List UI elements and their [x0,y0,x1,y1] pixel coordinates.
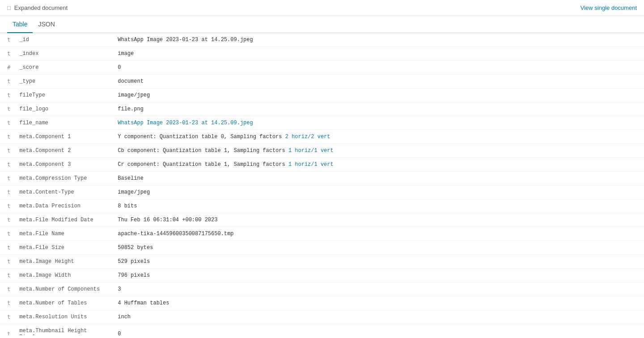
field-value: Cb component: Quantization table 1, Samp… [110,144,644,158]
table-row: tmeta.Component 3Cr component: Quantizat… [0,158,644,172]
type-indicator: t [0,283,12,296]
table-row: tmeta.Number of Tables4 Huffman tables [0,296,644,310]
type-indicator: t [0,324,12,336]
field-name: meta.Component 3 [12,158,110,172]
type-indicator: t [0,227,12,241]
field-name: _type [12,75,110,89]
field-value: apache-tika-14459600350087175650.tmp [110,227,644,241]
table-row: tmeta.Resolution Unitsinch [0,310,644,324]
table-row: tmeta.Component 2Cb component: Quantizat… [0,144,644,158]
field-name: fileType [12,89,110,102]
field-value: 796 pixels [110,269,644,283]
table-row: tmeta.Image Height529 pixels [0,255,644,269]
table-row: tmeta.File Nameapache-tika-1445960035008… [0,227,644,241]
table-row: tmeta.Number of Components3 [0,283,644,296]
type-indicator: t [0,144,12,158]
field-name: _score [12,61,110,75]
tab-json[interactable]: JSON [33,16,60,33]
header-left: □ Expanded document [7,4,68,11]
field-value: 529 pixels [110,255,644,269]
field-name: meta.File Name [12,227,110,241]
field-name: _id [12,33,110,47]
field-name: meta.Content-Type [12,186,110,199]
type-indicator: t [0,102,12,116]
field-name: file_logo [12,102,110,116]
table-row: #_score0 [0,61,644,75]
field-name: meta.File Modified Date [12,213,110,227]
field-value: 4 Huffman tables [110,296,644,310]
type-indicator: t [0,47,12,61]
table-row: tfile_nameWhatsApp Image 2023-01-23 at 1… [0,116,644,130]
type-indicator: t [0,255,12,269]
field-name: meta.Compression Type [12,172,110,186]
page-header: □ Expanded document View single document [0,0,644,16]
field-name: meta.Image Width [12,269,110,283]
field-name: meta.Component 2 [12,144,110,158]
table-row: tmeta.Data Precision8 bits [0,199,644,213]
value-link[interactable]: WhatsApp Image 2023-01-23 at 14.25.09.jp… [118,120,253,126]
table-row: tmeta.Image Width796 pixels [0,269,644,283]
field-value: Baseline [110,172,644,186]
table-row: t_indeximage [0,47,644,61]
value-link[interactable]: 2 horiz/2 vert [285,134,330,140]
field-value: inch [110,310,644,324]
field-value: WhatsApp Image 2023-01-23 at 14.25.09.jp… [110,33,644,47]
field-value: 0 [110,61,644,75]
type-indicator: t [0,158,12,172]
type-indicator: t [0,186,12,199]
table-row: tmeta.Thumbnail Height Pixels0 [0,324,644,336]
field-value: image/jpeg [110,89,644,102]
field-name: meta.Thumbnail Height Pixels [12,324,110,336]
table-row: tmeta.File Size50852 bytes [0,241,644,255]
table-row: t_idWhatsApp Image 2023-01-23 at 14.25.0… [0,33,644,47]
type-indicator: # [0,61,12,75]
field-name: meta.File Size [12,241,110,255]
field-name: meta.Image Height [12,255,110,269]
table-row: tfileTypeimage/jpeg [0,89,644,102]
field-value: Cr component: Quantization table 1, Samp… [110,158,644,172]
tab-bar: Table JSON [0,16,644,33]
field-value: WhatsApp Image 2023-01-23 at 14.25.09.jp… [110,116,644,130]
document-table: t_idWhatsApp Image 2023-01-23 at 14.25.0… [0,33,644,335]
field-name: meta.Number of Tables [12,296,110,310]
field-value: 3 [110,283,644,296]
type-indicator: t [0,130,12,144]
type-indicator: t [0,241,12,255]
type-indicator: t [0,116,12,130]
page-title: Expanded document [14,4,68,11]
field-name: _index [12,47,110,61]
document-icon: □ [7,4,11,11]
table-row: tmeta.Content-Typeimage/jpeg [0,186,644,199]
field-value: Thu Feb 16 06:31:04 +00:00 2023 [110,213,644,227]
field-name: file_name [12,116,110,130]
type-indicator: t [0,296,12,310]
type-indicator: t [0,213,12,227]
type-indicator: t [0,89,12,102]
tab-table[interactable]: Table [7,16,33,33]
type-indicator: t [0,33,12,47]
table-row: tmeta.Component 1Y component: Quantizati… [0,130,644,144]
field-name: meta.Data Precision [12,199,110,213]
field-name: meta.Number of Components [12,283,110,296]
table-row: tmeta.File Modified DateThu Feb 16 06:31… [0,213,644,227]
type-indicator: t [0,199,12,213]
field-value: document [110,75,644,89]
field-name: meta.Resolution Units [12,310,110,324]
field-value: 0 [110,324,644,336]
type-indicator: t [0,75,12,89]
table-row: tmeta.Compression TypeBaseline [0,172,644,186]
table-container: t_idWhatsApp Image 2023-01-23 at 14.25.0… [0,33,644,335]
field-name: meta.Component 1 [12,130,110,144]
table-row: tfile_logofile.png [0,102,644,116]
view-single-document-link[interactable]: View single document [580,4,637,11]
field-value: image/jpeg [110,186,644,199]
type-indicator: t [0,310,12,324]
field-value: Y component: Quantization table 0, Sampl… [110,130,644,144]
value-link[interactable]: 1 horiz/1 vert [288,161,334,168]
type-indicator: t [0,269,12,283]
value-link[interactable]: 1 horiz/1 vert [288,148,334,154]
field-value: 8 bits [110,199,644,213]
table-row: t_typedocument [0,75,644,89]
type-indicator: t [0,172,12,186]
field-value: file.png [110,102,644,116]
